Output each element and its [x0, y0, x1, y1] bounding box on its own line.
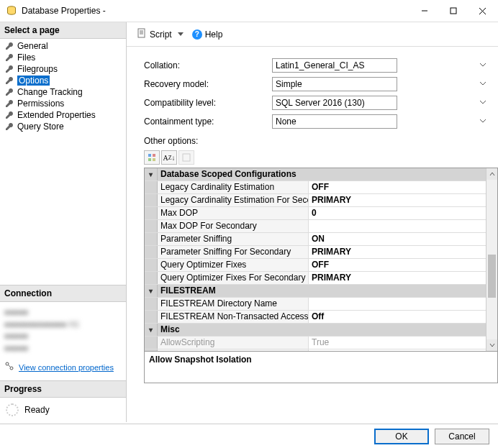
select-page-header: Select a page: [0, 22, 126, 39]
property-value[interactable]: ON: [309, 233, 497, 245]
ok-button[interactable]: OK: [374, 429, 429, 444]
script-dropdown-icon[interactable]: [178, 32, 184, 36]
page-item-query-store[interactable]: Query Store: [0, 121, 126, 132]
property-value[interactable]: True: [309, 337, 497, 349]
property-value[interactable]: PRIMARY: [309, 194, 497, 206]
property-row[interactable]: HideFileSettingsFalse: [145, 349, 497, 351]
page-item-label: General: [17, 41, 48, 51]
categorized-button[interactable]: [144, 150, 160, 165]
help-icon: ?: [192, 29, 202, 40]
scroll-thumb[interactable]: [488, 255, 496, 298]
view-connection-properties-link[interactable]: View connection properties: [19, 363, 114, 372]
page-item-filegroups[interactable]: Filegroups: [0, 63, 126, 75]
property-group[interactable]: ▾FILESTREAM: [145, 285, 497, 298]
collapse-icon[interactable]: ▾: [149, 171, 153, 178]
property-grid[interactable]: ▾Database Scoped ConfigurationsLegacy Ca…: [144, 168, 498, 383]
compat-level-select[interactable]: [272, 96, 397, 110]
maximize-button[interactable]: [439, 1, 468, 21]
other-options-label: Other options:: [144, 136, 489, 146]
script-label: Script: [150, 29, 172, 40]
property-value[interactable]: [309, 220, 497, 232]
titlebar: Database Properties -: [0, 0, 498, 22]
property-row[interactable]: Parameter Sniffing For SecondaryPRIMARY: [145, 246, 497, 259]
alphabetical-button[interactable]: AZ↓: [161, 150, 177, 165]
help-button[interactable]: ? Help: [189, 28, 226, 41]
property-name: Parameter Sniffing For Secondary: [158, 246, 309, 258]
property-name: Legacy Cardinality Estimation For Second…: [158, 194, 309, 206]
page-item-permissions[interactable]: Permissions: [0, 98, 126, 109]
scroll-up-button[interactable]: [486, 168, 497, 180]
scroll-down-button[interactable]: [486, 339, 497, 351]
svg-line-7: [9, 365, 11, 367]
page-item-options[interactable]: Options: [0, 75, 126, 86]
property-name: FILESTREAM Non-Transacted Access: [158, 311, 309, 323]
property-value[interactable]: OFF: [309, 259, 497, 271]
property-row[interactable]: Query Optimizer FixesOFF: [145, 259, 497, 272]
property-value[interactable]: PRIMARY: [309, 272, 497, 284]
dialog-footer: OK Cancel: [0, 424, 498, 448]
svg-rect-8: [138, 29, 145, 37]
minimize-button[interactable]: [410, 1, 439, 21]
page-item-extended-properties[interactable]: Extended Properties: [0, 109, 126, 121]
property-value[interactable]: Off: [309, 311, 497, 323]
property-name: AllowScripting: [158, 337, 309, 349]
page-item-label: Options: [17, 76, 50, 86]
property-row[interactable]: AllowScriptingTrue: [145, 337, 497, 349]
property-name: Legacy Cardinality Estimation: [158, 181, 309, 193]
collapse-icon[interactable]: ▾: [149, 288, 153, 295]
property-row[interactable]: Query Optimizer Fixes For SecondaryPRIMA…: [145, 272, 497, 285]
property-pages-button[interactable]: [178, 150, 194, 165]
cancel-button[interactable]: Cancel: [435, 429, 489, 444]
page-toolbar: Script ? Help: [127, 22, 498, 47]
property-value[interactable]: False: [309, 349, 497, 351]
close-button[interactable]: [468, 1, 497, 21]
property-value[interactable]: OFF: [309, 181, 497, 193]
property-row[interactable]: FILESTREAM Non-Transacted AccessOff: [145, 311, 497, 324]
property-name: HideFileSettings: [158, 349, 309, 351]
property-row[interactable]: Legacy Cardinality EstimationOFF: [145, 181, 497, 194]
script-button[interactable]: Script: [134, 27, 186, 42]
compat-level-label: Compatibility level:: [144, 98, 266, 108]
help-label: Help: [205, 29, 223, 40]
containment-label: Containment type:: [144, 116, 266, 127]
wrench-icon: [4, 41, 14, 51]
wrench-icon: [4, 110, 14, 120]
recovery-model-label: Recovery model:: [144, 79, 266, 89]
connection-details-blurred: ■■■■■■■■■■■■■■■■■■ RE■■■■■■■■■■: [0, 302, 126, 358]
property-row[interactable]: Legacy Cardinality Estimation For Second…: [145, 194, 497, 207]
wrench-icon: [4, 64, 14, 74]
property-row[interactable]: Parameter SniffingON: [145, 233, 497, 246]
property-row[interactable]: Max DOP0: [145, 207, 497, 220]
collation-select[interactable]: [272, 58, 397, 73]
content-area: Script ? Help Collation: Recovery model:: [127, 22, 498, 422]
property-value[interactable]: PRIMARY: [309, 246, 497, 258]
database-icon: [6, 5, 17, 17]
page-item-files[interactable]: Files: [0, 52, 126, 63]
page-item-change-tracking[interactable]: Change Tracking: [0, 86, 126, 98]
svg-rect-16: [183, 154, 190, 161]
left-sidebar: Select a page GeneralFilesFilegroupsOpti…: [0, 22, 127, 422]
property-rows: ▾Database Scoped ConfigurationsLegacy Ca…: [145, 168, 497, 351]
recovery-model-select[interactable]: [272, 77, 397, 91]
progress-header: Progress: [0, 381, 126, 398]
chevron-down-icon: [479, 116, 486, 127]
wrench-icon: [4, 76, 14, 86]
wrench-icon: [4, 52, 14, 63]
page-item-label: Permissions: [17, 99, 64, 109]
property-value[interactable]: 0: [309, 207, 497, 219]
property-name: Max DOP For Secondary: [158, 220, 309, 232]
property-group[interactable]: ▾Database Scoped Configurations: [145, 168, 497, 181]
collapse-icon[interactable]: ▾: [149, 326, 153, 334]
property-name: Max DOP: [158, 207, 309, 219]
containment-select[interactable]: [272, 114, 397, 129]
property-row[interactable]: Max DOP For Secondary: [145, 220, 497, 233]
property-name: Query Optimizer Fixes For Secondary: [158, 272, 309, 284]
page-item-general[interactable]: General: [0, 40, 126, 52]
grid-scrollbar[interactable]: [486, 168, 497, 351]
property-value[interactable]: [309, 298, 497, 310]
page-list: GeneralFilesFilegroupsOptionsChange Trac…: [0, 39, 126, 134]
wrench-icon: [4, 122, 14, 132]
svg-point-5: [6, 362, 9, 365]
property-group[interactable]: ▾Misc: [145, 324, 497, 337]
property-row[interactable]: FILESTREAM Directory Name: [145, 298, 497, 311]
